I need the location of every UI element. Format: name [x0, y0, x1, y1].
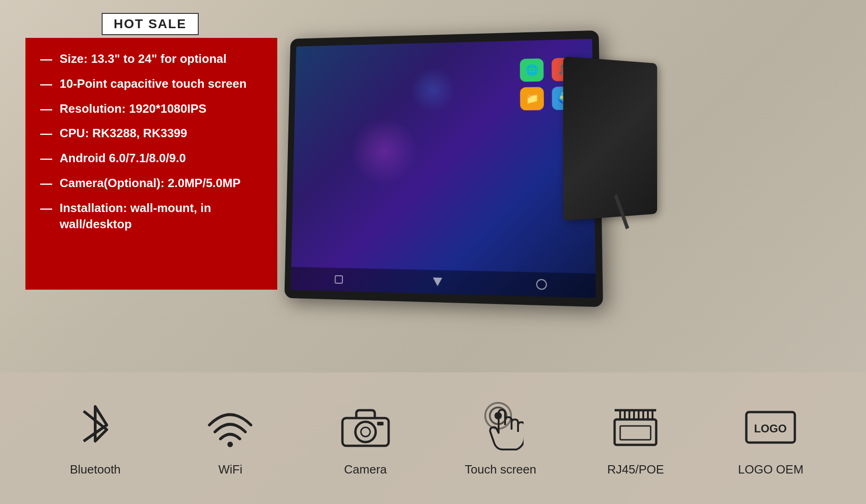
- screen-navbar: [291, 267, 596, 298]
- hot-sale-label: HOT SALE: [114, 17, 187, 31]
- feature-label-bluetooth: Bluetooth: [70, 462, 121, 477]
- page-content: HOT SALE — Size: 13.3" to 24" for option…: [0, 0, 866, 504]
- tablet-area: 🌐 🎵 📁 🌍: [268, 23, 670, 323]
- spec-item-cpu: — CPU: RK3288, RK3399: [40, 125, 262, 142]
- spec-text-resolution: Resolution: 1920*1080IPS: [60, 101, 207, 117]
- svg-point-2: [355, 422, 376, 442]
- spec-text-camera: Camera(Optional): 2.0MP/5.0MP: [60, 175, 241, 191]
- nav-square: [335, 275, 343, 284]
- feature-wifi: WiFi: [184, 400, 276, 477]
- feature-touchscreen: Touch screen: [454, 400, 547, 477]
- feature-label-touchscreen: Touch screen: [465, 462, 537, 477]
- spec-dash: —: [40, 176, 52, 192]
- feature-rj45: RJ45/POE: [589, 400, 682, 477]
- spec-dash: —: [40, 52, 52, 67]
- spec-item-size: — Size: 13.3" to 24" for optional: [40, 51, 262, 67]
- feature-label-camera: Camera: [344, 462, 387, 477]
- feature-logo-oem: LOGO LOGO OEM: [725, 400, 817, 477]
- spec-text-cpu: CPU: RK3288, RK3399: [60, 125, 187, 141]
- spec-item-camera: — Camera(Optional): 2.0MP/5.0MP: [40, 175, 262, 192]
- camera-icon: [338, 400, 393, 455]
- feature-label-wifi: WiFi: [218, 462, 242, 477]
- svg-point-3: [361, 427, 370, 437]
- feature-label-rj45: RJ45/POE: [607, 462, 664, 477]
- spec-item-touch: — 10-Point capacitive touch screen: [40, 76, 262, 92]
- nav-triangle: [433, 278, 442, 286]
- spec-dash: —: [40, 201, 52, 217]
- tablet-back: [563, 56, 657, 221]
- specs-box: — Size: 13.3" to 24" for optional — 10-P…: [25, 38, 277, 290]
- bluetooth-icon: [67, 400, 123, 455]
- screen-glow1: [350, 116, 418, 185]
- spec-item-installation: — Installation: wall-mount, in wall/desk…: [40, 200, 262, 232]
- svg-point-0: [227, 442, 233, 447]
- tablet-main: 🌐 🎵 📁 🌍: [284, 30, 603, 307]
- app-icon-3: 📁: [520, 87, 544, 110]
- spec-dash: —: [40, 102, 52, 117]
- spec-dash: —: [40, 77, 52, 92]
- logo-oem-icon: LOGO: [743, 400, 799, 455]
- spec-dash: —: [40, 126, 52, 142]
- spec-text-android: Android 6.0/7.1/8.0/9.0: [60, 150, 186, 166]
- svg-rect-4: [377, 422, 384, 425]
- rj45-icon: [608, 400, 663, 455]
- svg-rect-18: [620, 426, 651, 440]
- spec-text-touch: 10-Point capacitive touch screen: [60, 76, 247, 92]
- tablet-stand: [614, 194, 629, 229]
- spec-text-size: Size: 13.3" to 24" for optional: [60, 51, 226, 67]
- feature-bluetooth: Bluetooth: [49, 400, 141, 477]
- feature-camera: Camera: [319, 400, 412, 477]
- spec-item-resolution: — Resolution: 1920*1080IPS: [40, 101, 262, 117]
- features-strip: Bluetooth WiFi: [0, 372, 866, 504]
- spec-dash: —: [40, 151, 52, 167]
- app-icon-1: 🌐: [520, 58, 544, 82]
- nav-circle: [537, 279, 547, 290]
- svg-text:LOGO: LOGO: [754, 422, 787, 435]
- wifi-icon: [202, 400, 258, 455]
- tablet-screen: 🌐 🎵 📁 🌍: [291, 39, 596, 298]
- spec-item-android: — Android 6.0/7.1/8.0/9.0: [40, 150, 262, 167]
- feature-label-logo-oem: LOGO OEM: [738, 462, 804, 477]
- touchscreen-icon: [473, 400, 528, 455]
- spec-text-installation: Installation: wall-mount, in wall/deskto…: [60, 200, 262, 232]
- screen-glow2: [409, 67, 455, 113]
- hot-sale-badge: HOT SALE: [102, 13, 199, 35]
